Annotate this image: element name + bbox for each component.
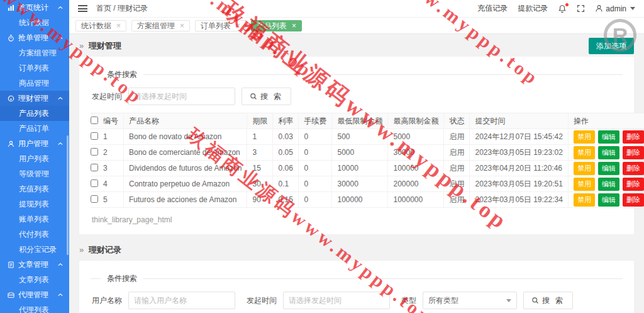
disable-button[interactable]: 禁用 [574, 193, 595, 207]
sidebar-section[interactable]: 理财管理 [0, 91, 69, 106]
tab-label: 订单列表 [201, 21, 231, 31]
table-cell: 0 [299, 176, 332, 192]
edit-button[interactable]: 编辑 [598, 193, 619, 207]
sidebar-item[interactable]: 代理列表 [0, 302, 69, 313]
date-input[interactable] [128, 88, 235, 105]
close-icon[interactable]: × [236, 21, 240, 31]
products-table: 编号产品名称期限利率手续费最低限制金额最高限制金额状态提交时间操作 1Bono … [91, 113, 644, 208]
records-search-button[interactable]: 搜 索 [523, 292, 573, 309]
tab-bar: 统计数据×方案组管理×订单列表×产品列表× [69, 18, 644, 34]
menu-toggle-icon[interactable] [78, 5, 87, 12]
sidebar-section[interactable]: 抢单管理 [0, 30, 69, 45]
sidebar-item[interactable]: 文章列表 [0, 272, 69, 287]
sidebar-section[interactable]: 首页统计 [0, 0, 69, 15]
recharge-records-link[interactable]: 充值记录 [477, 3, 508, 14]
sidebar-section[interactable]: 代理管理 [0, 287, 69, 302]
close-icon[interactable]: × [180, 21, 184, 31]
sidebar-item[interactable]: 方案组管理 [0, 45, 69, 60]
actions-cell: 禁用编辑删除 [568, 161, 644, 176]
chevron-up-icon [58, 35, 63, 40]
app-window: 首页统计统计数据抢单管理方案组管理订单列表商品管理理财管理产品列表产品订单用户管… [0, 0, 644, 313]
add-option-button[interactable]: 添加选项 [589, 38, 634, 54]
search-button[interactable]: 搜 索 [242, 88, 291, 105]
sidebar-item[interactable]: 账单列表 [0, 212, 69, 227]
table-cell [91, 161, 98, 176]
sidebar-item[interactable]: 提现列表 [0, 196, 69, 212]
sidebar-item[interactable]: 商品管理 [0, 76, 69, 91]
sidebar-item[interactable]: 充值列表 [0, 181, 69, 196]
close-icon[interactable]: × [292, 21, 296, 31]
chevron-up-icon [58, 262, 63, 267]
disable-button[interactable]: 禁用 [574, 162, 595, 175]
sidebar-item[interactable]: 用户列表 [0, 151, 69, 166]
search-icon [250, 93, 257, 100]
tab[interactable]: 订单列表× [195, 20, 246, 31]
table-header-cell: 操作 [568, 113, 644, 129]
sidebar-item[interactable]: 产品订单 [0, 121, 69, 136]
close-icon[interactable]: × [116, 21, 121, 31]
disable-button[interactable]: 禁用 [574, 146, 595, 159]
table-header-cell: 手续费 [299, 113, 332, 129]
delete-button[interactable]: 删除 [623, 146, 644, 159]
sidebar-section-label: 理财管理 [18, 91, 58, 106]
delete-button[interactable]: 删除 [623, 193, 644, 207]
sidebar-item[interactable]: 积分宝记录 [0, 242, 69, 257]
disable-button[interactable]: 禁用 [574, 130, 595, 144]
breadcrumb-home[interactable]: 首页 [96, 4, 111, 13]
row-checkbox[interactable] [91, 195, 98, 203]
table-cell [91, 192, 98, 208]
main-content: » 理财管理 添加选项 条件搜索 发起时间 搜 索 编号产品名称期限利率手续费最… [69, 34, 644, 313]
select-all-checkbox[interactable] [91, 117, 98, 124]
row-checkbox[interactable] [91, 148, 98, 156]
notification-badge [565, 3, 569, 6]
disable-button[interactable]: 禁用 [574, 178, 595, 191]
table-cell: Dividendos de futuros de Amazon [124, 161, 247, 176]
sidebar-item[interactable]: 统计数据 [0, 15, 69, 30]
page-title-text: 理财管理 [89, 41, 121, 50]
sidebar-item[interactable]: 订单列表 [0, 60, 69, 76]
search-icon [531, 297, 539, 304]
finance-records-card: 条件搜索 用户名称 发起时间 类型 所有类型 搜 索 [79, 261, 634, 313]
date-input-records[interactable] [283, 292, 390, 309]
tab[interactable]: 方案组管理× [131, 20, 190, 31]
edit-button[interactable]: 编辑 [598, 130, 619, 144]
edit-button[interactable]: 编辑 [598, 178, 619, 191]
delete-button[interactable]: 删除 [623, 162, 644, 175]
tab[interactable]: 产品列表× [251, 20, 302, 31]
table-cell [91, 145, 98, 161]
chevron-up-icon [58, 292, 63, 297]
withdraw-records-link[interactable]: 提款记录 [518, 3, 548, 14]
table-cell: 4 [98, 176, 124, 192]
table-cell: 1 [98, 129, 124, 145]
date-label: 发起时间 [247, 295, 277, 306]
breadcrumb-separator: / [113, 4, 115, 13]
type-select[interactable]: 所有类型 [423, 292, 517, 309]
user-name-input[interactable] [128, 292, 235, 309]
sidebar-section[interactable]: 用户管理 [0, 136, 69, 151]
delete-button[interactable]: 删除 [623, 178, 644, 191]
delete-button[interactable]: 删除 [623, 130, 644, 144]
table-cell: 30000 [388, 145, 444, 161]
sidebar-item[interactable]: 产品列表 [0, 106, 69, 121]
fullscreen-icon[interactable] [577, 4, 585, 13]
row-checkbox[interactable] [91, 179, 98, 187]
notification-bell-icon[interactable] [558, 4, 567, 13]
tab[interactable]: 统计数据× [75, 20, 126, 31]
row-checkbox[interactable] [91, 164, 98, 171]
edit-button[interactable]: 编辑 [598, 162, 619, 175]
table-cell: 3 [98, 161, 124, 176]
sidebar-item[interactable]: 代付列表 [0, 227, 69, 242]
sidebar-section[interactable]: 文章管理 [0, 257, 69, 272]
sidebar-scrollbar[interactable] [67, 135, 69, 255]
type-label: 类型 [401, 295, 416, 306]
tab-label: 产品列表 [257, 21, 287, 31]
sidebar-item[interactable]: 等级管理 [0, 166, 69, 181]
edit-button[interactable]: 编辑 [598, 146, 619, 159]
table-cell: 2024年12月07日 15:45:42 [470, 129, 568, 145]
user-menu[interactable]: admin [595, 4, 635, 13]
table-header-cell: 最高限制金额 [388, 113, 444, 129]
table-cell: 0.15 [273, 192, 299, 208]
table-cell: Contrato perpetuo de Amazon [124, 176, 247, 192]
row-checkbox[interactable] [91, 132, 98, 140]
table-cell: 3 [247, 145, 273, 161]
